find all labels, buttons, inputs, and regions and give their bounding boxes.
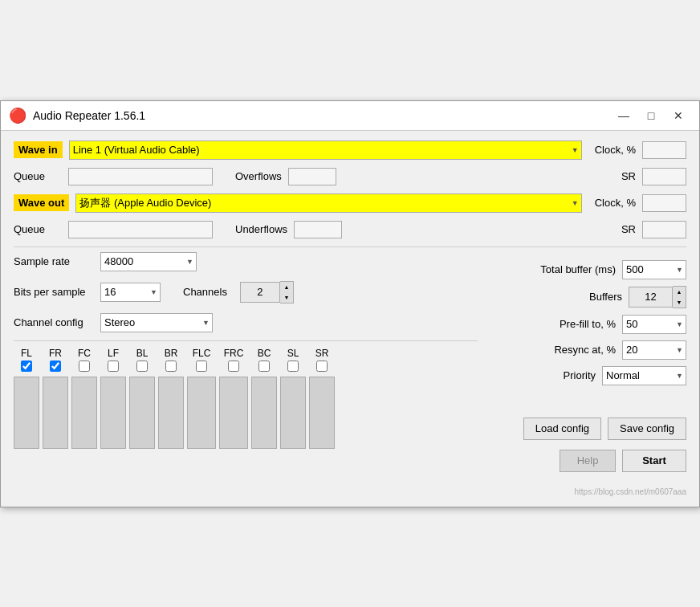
channel-config-label: Channel config bbox=[14, 316, 94, 328]
channel-SL-checkbox[interactable] bbox=[287, 361, 299, 372]
channels-down-button[interactable]: ▼ bbox=[280, 292, 293, 303]
prefill-row: Pre-fill to, % 50 0 25 75 100 bbox=[490, 315, 686, 334]
action-buttons-row: Help Start bbox=[490, 450, 686, 472]
main-layout: Sample rate 48000 44100 96000 Bits per s… bbox=[14, 252, 686, 497]
title-buttons: — □ ✕ bbox=[611, 106, 691, 125]
channel-FR-checkbox[interactable] bbox=[50, 361, 61, 372]
channel-config-row: Channel config Stereo Mono Quad 5.1 7.1 bbox=[14, 313, 478, 332]
sample-rate-select-wrapper: 48000 44100 96000 bbox=[100, 252, 197, 271]
slider-FL[interactable] bbox=[14, 377, 39, 449]
slider-BR[interactable] bbox=[158, 377, 184, 449]
buffers-input[interactable] bbox=[629, 287, 673, 308]
prefill-label: Pre-fill to, % bbox=[527, 318, 616, 330]
config-buttons-row: Load config Save config bbox=[490, 418, 686, 440]
resync-select[interactable]: 20 0 10 30 50 bbox=[622, 340, 686, 360]
channel-FRC-checkbox[interactable] bbox=[228, 361, 239, 372]
queue-in-input[interactable] bbox=[68, 168, 213, 185]
channel-FLC: FLC bbox=[187, 348, 216, 372]
clock-out-input[interactable] bbox=[642, 194, 686, 212]
slider-BC[interactable] bbox=[251, 377, 277, 449]
overflows-input[interactable] bbox=[288, 168, 336, 185]
slider-BL[interactable] bbox=[129, 377, 155, 449]
app-icon: 🔴 bbox=[9, 107, 26, 124]
wave-out-select[interactable]: 扬声器 (Apple Audio Device) bbox=[75, 194, 581, 213]
save-config-button[interactable]: Save config bbox=[608, 418, 686, 440]
sample-rate-select[interactable]: 48000 44100 96000 bbox=[100, 252, 197, 271]
resync-label: Resync at, % bbox=[527, 344, 616, 356]
channel-BL-checkbox[interactable] bbox=[136, 361, 148, 372]
channel-FLC-checkbox[interactable] bbox=[196, 361, 207, 372]
start-button[interactable]: Start bbox=[622, 450, 686, 472]
buffers-up-button[interactable]: ▲ bbox=[673, 287, 686, 297]
channels-spinbox: ▲ ▼ bbox=[240, 281, 294, 304]
priority-row: Priority Normal Lowest Low High Highest … bbox=[490, 366, 686, 385]
channel-SL-label: SL bbox=[287, 348, 299, 359]
channel-BC-checkbox[interactable] bbox=[258, 361, 270, 372]
buffers-down-button[interactable]: ▼ bbox=[673, 297, 686, 308]
channel-checkboxes-area: FL FR FC LF bbox=[14, 348, 478, 449]
slider-LF[interactable] bbox=[100, 377, 126, 449]
left-panel: Sample rate 48000 44100 96000 Bits per s… bbox=[14, 252, 478, 497]
bits-channels-row: Bits per sample 16 8 24 32 Channels bbox=[14, 281, 478, 304]
channels-up-button[interactable]: ▲ bbox=[280, 282, 293, 292]
watermark-text: https://blog.csdn.net/m0607aaa bbox=[574, 487, 686, 496]
buffers-row: Buffers ▲ ▼ bbox=[490, 286, 686, 308]
channel-LF-checkbox[interactable] bbox=[108, 361, 119, 372]
queue-in-label: Queue bbox=[14, 170, 62, 182]
channel-config-select[interactable]: Stereo Mono Quad 5.1 7.1 bbox=[100, 313, 213, 332]
window-title: Audio Repeater 1.56.1 bbox=[33, 109, 145, 122]
wave-in-select[interactable]: Line 1 (Virtual Audio Cable) bbox=[69, 141, 582, 160]
total-buffer-label: Total buffer (ms) bbox=[527, 263, 616, 275]
priority-select-wrapper: Normal Lowest Low High Highest Realtime bbox=[602, 366, 686, 385]
minimize-button[interactable]: — bbox=[611, 106, 637, 125]
spinbox-buttons: ▲ ▼ bbox=[280, 281, 294, 304]
maximize-button[interactable]: □ bbox=[638, 106, 664, 125]
slider-FR[interactable] bbox=[43, 377, 68, 449]
slider-SR[interactable] bbox=[309, 377, 335, 449]
buffers-spinbox-buttons: ▲ ▼ bbox=[673, 286, 686, 308]
channel-BC: BC bbox=[251, 348, 277, 372]
channel-FRC-label: FRC bbox=[224, 348, 244, 359]
bits-select[interactable]: 16 8 24 32 bbox=[100, 283, 161, 302]
slider-SL[interactable] bbox=[280, 377, 306, 449]
channel-LF: LF bbox=[100, 348, 126, 372]
watermark-area: https://blog.csdn.net/m0607aaa bbox=[490, 485, 686, 497]
sample-rate-label: Sample rate bbox=[14, 255, 94, 267]
channel-FL-checkbox[interactable] bbox=[21, 361, 32, 372]
channel-BR-checkbox[interactable] bbox=[165, 361, 177, 372]
channels-input[interactable] bbox=[240, 282, 280, 303]
sr-in-input[interactable] bbox=[642, 168, 686, 185]
close-button[interactable]: ✕ bbox=[665, 106, 691, 125]
channel-BC-label: BC bbox=[258, 348, 271, 359]
load-config-button[interactable]: Load config bbox=[523, 418, 601, 440]
prefill-select-wrapper: 50 0 25 75 100 bbox=[622, 315, 686, 334]
clock-in-input[interactable] bbox=[642, 141, 686, 159]
total-buffer-select[interactable]: 500 100 200 1000 2000 bbox=[622, 260, 686, 279]
slider-FRC[interactable] bbox=[219, 377, 248, 449]
bits-label: Bits per sample bbox=[14, 286, 94, 298]
channel-FLC-label: FLC bbox=[193, 348, 211, 359]
channel-labels-row: FL FR FC LF bbox=[14, 348, 478, 372]
sr-in-label: SR bbox=[621, 170, 636, 182]
queue-out-input[interactable] bbox=[68, 221, 213, 238]
channel-FL-label: FL bbox=[21, 348, 32, 359]
channel-SR-label: SR bbox=[315, 348, 329, 359]
total-buffer-select-wrapper: 500 100 200 1000 2000 bbox=[622, 260, 686, 279]
underflows-input[interactable] bbox=[294, 221, 342, 238]
channels-label: Channels bbox=[183, 286, 227, 298]
help-button[interactable]: Help bbox=[560, 450, 616, 472]
sr-out-input[interactable] bbox=[642, 221, 686, 238]
channel-SL: SL bbox=[280, 348, 306, 372]
channel-FC-label: FC bbox=[78, 348, 91, 359]
channel-FL: FL bbox=[14, 348, 39, 372]
resync-select-wrapper: 20 0 10 30 50 bbox=[622, 340, 686, 360]
prefill-select[interactable]: 50 0 25 75 100 bbox=[622, 315, 686, 334]
channel-SR-checkbox[interactable] bbox=[316, 361, 328, 372]
right-panel: Total buffer (ms) 500 100 200 1000 2000 … bbox=[478, 252, 686, 497]
wave-out-stats-row: Queue Underflows SR bbox=[14, 221, 686, 238]
priority-select[interactable]: Normal Lowest Low High Highest Realtime bbox=[602, 366, 686, 385]
slider-FLC[interactable] bbox=[187, 377, 216, 449]
channel-FC-checkbox[interactable] bbox=[79, 361, 90, 372]
slider-FC[interactable] bbox=[71, 377, 97, 449]
channel-BL-label: BL bbox=[136, 348, 149, 359]
